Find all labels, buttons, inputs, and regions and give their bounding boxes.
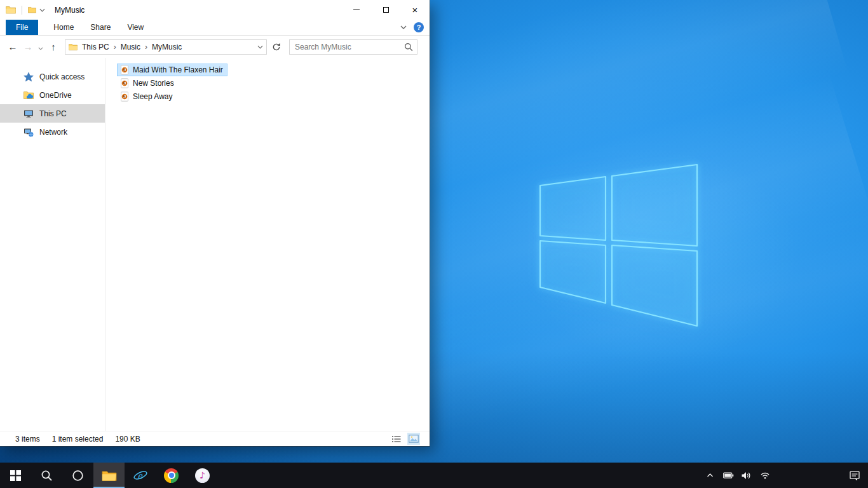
- quick-access-toolbar: [6, 6, 45, 15]
- sidebar-item-quick-access[interactable]: Quick access: [0, 67, 105, 86]
- sidebar-item-label: OneDrive: [39, 91, 72, 100]
- sidebar-item-onedrive[interactable]: OneDrive: [0, 86, 105, 104]
- window-controls: ×: [342, 0, 430, 20]
- battery-indicator[interactable]: [722, 469, 735, 482]
- minimize-button[interactable]: [342, 0, 371, 20]
- maximize-button[interactable]: [371, 0, 400, 20]
- address-folder-icon: [69, 43, 78, 51]
- forward-button[interactable]: →: [20, 41, 36, 52]
- start-button[interactable]: [0, 463, 31, 488]
- breadcrumb-mymusic[interactable]: MyMusic: [147, 40, 186, 54]
- tab-share[interactable]: Share: [82, 20, 119, 35]
- refresh-icon: [272, 43, 281, 51]
- file-explorer-window: MyMusic × File Home Share View ? ← → ↑: [0, 0, 430, 446]
- onedrive-icon: [24, 91, 34, 100]
- search-icon: [41, 470, 53, 482]
- window-title: MyMusic: [55, 6, 85, 15]
- taskbar-chrome-button[interactable]: [156, 463, 187, 488]
- qat-customize-caret-icon[interactable]: [39, 8, 45, 12]
- breadcrumb-music[interactable]: Music: [116, 40, 145, 54]
- speaker-icon: [742, 471, 752, 480]
- search-box[interactable]: [289, 39, 417, 55]
- this-pc-icon: [24, 109, 34, 119]
- file-item[interactable]: Maid With The Flaxen Hair: [117, 64, 227, 76]
- sidebar-item-label: Network: [39, 128, 67, 137]
- windows-start-icon: [10, 470, 21, 481]
- search-input[interactable]: [295, 43, 404, 51]
- thumbnail-view-icon: [409, 435, 419, 443]
- back-button[interactable]: ←: [5, 41, 20, 52]
- tab-view[interactable]: View: [119, 20, 152, 35]
- file-name: Sleep Away: [133, 92, 173, 101]
- close-button[interactable]: ×: [400, 0, 430, 20]
- itunes-icon: ♪: [195, 468, 210, 483]
- chrome-icon: [164, 468, 179, 483]
- network-icon: [24, 127, 34, 137]
- taskbar: e ♪: [0, 463, 868, 488]
- up-button[interactable]: ↑: [46, 41, 61, 52]
- titlebar[interactable]: MyMusic ×: [0, 0, 430, 20]
- details-view-button[interactable]: [390, 433, 403, 445]
- help-button[interactable]: ?: [414, 22, 424, 32]
- selection-count: 1 item selected: [52, 435, 104, 444]
- music-note-icon: ♪: [200, 471, 205, 480]
- sidebar-item-network[interactable]: Network: [0, 123, 105, 141]
- star-icon: [24, 72, 34, 82]
- tab-file[interactable]: File: [6, 20, 38, 35]
- file-item[interactable]: New Stories: [117, 77, 179, 90]
- tray-expand-button[interactable]: [703, 469, 716, 482]
- file-name: Maid With The Flaxen Hair: [133, 65, 223, 74]
- system-tray: [703, 463, 771, 488]
- taskbar-itunes-button[interactable]: ♪: [187, 463, 218, 488]
- maximize-icon: [383, 7, 389, 13]
- tab-home[interactable]: Home: [45, 20, 82, 35]
- search-icon[interactable]: [404, 43, 413, 51]
- taskbar-internet-explorer-button[interactable]: e: [125, 463, 156, 488]
- sidebar-item-label: Quick access: [39, 72, 85, 81]
- address-dropdown-caret[interactable]: [254, 45, 266, 49]
- item-count: 3 items: [15, 435, 40, 444]
- navigation-bar: ← → ↑ This PC › Music › MyMusic: [0, 36, 430, 58]
- qat-folder-icon[interactable]: [28, 6, 36, 13]
- divider: [22, 6, 22, 15]
- sidebar-item-this-pc[interactable]: This PC: [0, 104, 105, 123]
- cortana-button[interactable]: [62, 463, 93, 488]
- minimize-icon: [353, 10, 360, 10]
- audio-file-icon: [119, 78, 130, 88]
- network-indicator[interactable]: [759, 469, 771, 482]
- expand-ribbon-icon[interactable]: [400, 25, 407, 29]
- audio-file-icon: [119, 65, 130, 75]
- explorer-main: Quick access OneDrive This PC: [0, 58, 430, 431]
- file-name: New Stories: [133, 79, 174, 88]
- taskbar-search-button[interactable]: [31, 463, 62, 488]
- action-center-button[interactable]: [850, 463, 860, 488]
- chevron-up-icon: [707, 473, 714, 478]
- svg-text:e: e: [138, 470, 143, 482]
- wifi-icon: [760, 471, 770, 479]
- ribbon-tab-bar: File Home Share View ?: [0, 20, 430, 36]
- selection-size: 190 KB: [115, 435, 140, 444]
- navigation-pane: Quick access OneDrive This PC: [0, 58, 105, 431]
- status-bar: 3 items 1 item selected 190 KB: [0, 431, 430, 446]
- volume-indicator[interactable]: [740, 469, 753, 482]
- recent-locations-caret[interactable]: [36, 41, 46, 52]
- address-bar[interactable]: This PC › Music › MyMusic: [65, 39, 267, 55]
- sidebar-item-label: This PC: [39, 109, 67, 118]
- close-icon: ×: [412, 5, 418, 15]
- action-center-icon: [850, 471, 860, 480]
- breadcrumb-this-pc[interactable]: This PC: [78, 40, 114, 54]
- cortana-icon: [72, 470, 84, 482]
- refresh-button[interactable]: [269, 43, 284, 51]
- windows-logo: [527, 156, 712, 340]
- battery-icon: [723, 472, 734, 479]
- audio-file-icon: [119, 92, 130, 102]
- thumbnail-view-button[interactable]: [407, 433, 420, 445]
- file-list[interactable]: Maid With The Flaxen Hair New Stories: [105, 58, 430, 431]
- details-view-icon: [392, 435, 401, 443]
- file-explorer-icon: [102, 470, 117, 482]
- taskbar-file-explorer-button[interactable]: [93, 463, 125, 488]
- file-item[interactable]: Sleep Away: [117, 90, 177, 103]
- window-folder-icon: [6, 6, 16, 14]
- internet-explorer-icon: e: [133, 468, 148, 483]
